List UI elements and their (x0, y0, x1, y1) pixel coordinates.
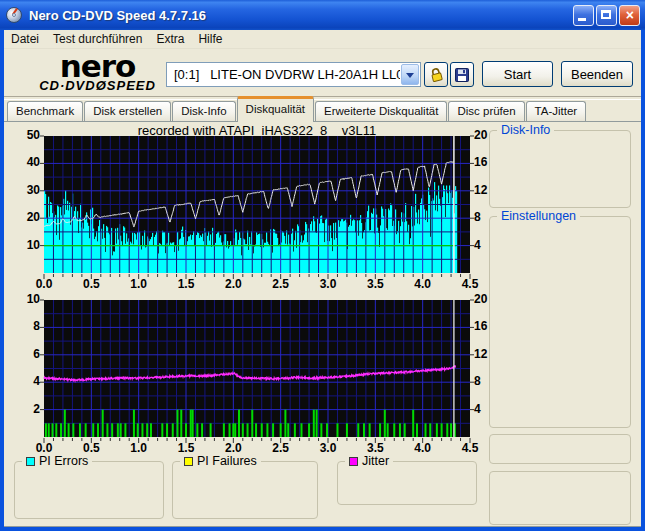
tab-disc-pruefen[interactable]: Disc prüfen (448, 101, 524, 122)
pi-failures-title-text: PI Failures (197, 454, 257, 468)
pi-errors-speed-chart (44, 136, 470, 273)
floppy-disk-icon (454, 67, 470, 83)
maximize-icon (601, 10, 611, 19)
save-button[interactable] (450, 62, 474, 87)
nero-logo-text: nero (20, 53, 175, 79)
close-icon: × (620, 6, 639, 25)
app-window: Nero CD-DVD Speed 4.7.7.16 × Datei Test … (0, 0, 645, 531)
nero-logo: nero CD·DVDØSPEED (20, 53, 175, 93)
settings-group: Einstellungen (489, 216, 631, 428)
eject-button[interactable] (424, 62, 448, 87)
minimize-icon (578, 18, 586, 21)
minimize-button[interactable] (573, 5, 594, 26)
tab-disk-info[interactable]: Disk-Info (172, 101, 235, 122)
start-button[interactable]: Start (482, 61, 553, 87)
tab-benchmark[interactable]: Benchmark (7, 101, 83, 122)
pi-failures-swatch (184, 457, 193, 466)
menu-hilfe[interactable]: Hilfe (191, 30, 229, 48)
pi-failures-group: PI Failures (172, 461, 318, 519)
disk-info-group: Disk-Info (489, 130, 631, 208)
drive-select-value: [0:1] LITE-ON DVDRW LH-20A1H LL0D (167, 67, 400, 82)
quit-button[interactable]: Beenden (561, 61, 633, 87)
jitter-group: Jitter (337, 461, 477, 505)
menu-test-durchfuehren[interactable]: Test durchführen (46, 30, 149, 48)
pi-failures-jitter-chart (44, 300, 470, 437)
pi-errors-title: PI Errors (22, 454, 92, 468)
quit-button-label: Beenden (571, 67, 623, 82)
tab-ta-jitter[interactable]: TA-Jitter (526, 101, 587, 122)
quality-index-group (489, 434, 631, 464)
pi-errors-title-text: PI Errors (39, 454, 88, 468)
title-bar[interactable]: Nero CD-DVD Speed 4.7.7.16 × (0, 0, 645, 30)
disk-info-title: Disk-Info (497, 123, 554, 137)
app-icon (6, 6, 24, 24)
lock-icon (428, 66, 445, 83)
pi-errors-swatch (26, 457, 35, 466)
start-button-label: Start (504, 67, 531, 82)
tab-strip: Benchmark Disk erstellen Disk-Info Diskq… (4, 100, 641, 122)
settings-title: Einstellungen (497, 209, 580, 223)
cdvd-speed-logo-text: CD·DVDØSPEED (20, 79, 175, 93)
pi-failures-title: PI Failures (180, 454, 261, 468)
maximize-button[interactable] (596, 5, 617, 26)
menu-bar: Datei Test durchführen Extra Hilfe (4, 30, 641, 49)
menu-datei[interactable]: Datei (4, 30, 46, 48)
tab-diskqualitaet[interactable]: Diskqualität (237, 96, 314, 122)
jitter-title: Jitter (345, 454, 393, 468)
close-button[interactable]: × (619, 5, 640, 26)
window-title: Nero CD-DVD Speed 4.7.7.16 (29, 8, 573, 23)
tab-disk-erstellen[interactable]: Disk erstellen (84, 101, 171, 122)
jitter-swatch (349, 457, 358, 466)
drive-select[interactable]: [0:1] LITE-ON DVDRW LH-20A1H LL0D (166, 62, 421, 87)
tab-erweiterte-diskqualitaet[interactable]: Erweiterte Diskqualität (315, 101, 447, 122)
chevron-down-icon (406, 73, 414, 78)
progress-group (489, 471, 631, 525)
drive-select-dropdown-button[interactable] (401, 64, 419, 85)
menu-extra[interactable]: Extra (149, 30, 191, 48)
jitter-title-text: Jitter (362, 454, 389, 468)
pi-errors-group: PI Errors (14, 461, 164, 519)
